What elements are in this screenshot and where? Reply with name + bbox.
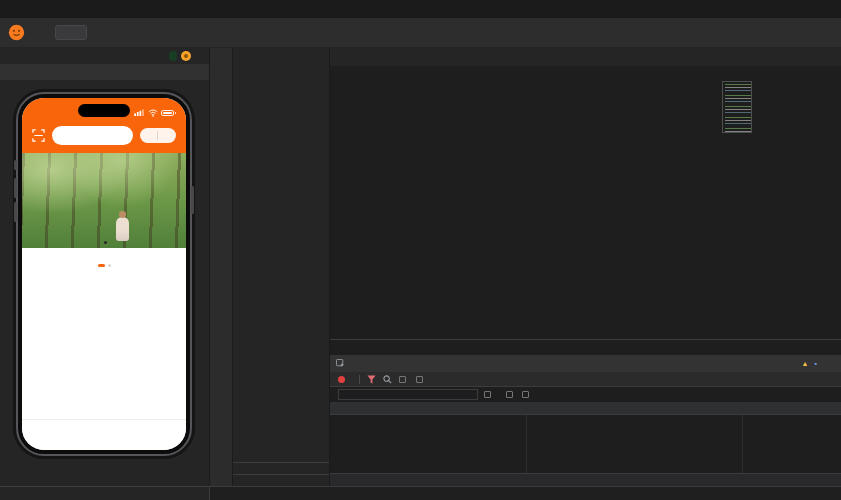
- filter-input[interactable]: [338, 389, 478, 400]
- ide-window: ☻: [0, 0, 841, 500]
- info-badge[interactable]: ▪: [815, 360, 817, 367]
- phone-frame: [16, 92, 192, 456]
- banner-dot: [104, 241, 107, 244]
- main-area: ☻: [0, 48, 841, 486]
- debugger-panel: ▲ ▪: [330, 339, 841, 486]
- search-icon[interactable]: [383, 375, 392, 384]
- status-bar: [210, 487, 841, 500]
- activity-bar: [210, 48, 233, 486]
- toolbar-divider: [359, 375, 360, 384]
- toolbar: [0, 18, 841, 48]
- record-button[interactable]: [338, 376, 345, 383]
- power-button: [191, 186, 194, 214]
- network-table-empty: [330, 415, 841, 473]
- timeline-section[interactable]: [233, 474, 329, 486]
- banner-person-figure: [116, 217, 129, 241]
- mute-switch: [14, 160, 17, 170]
- file-tree: [233, 63, 329, 462]
- explorer-sidebar: [233, 48, 330, 486]
- devtools-tabstrip: ▲ ▪: [330, 355, 841, 372]
- blocked-requests-checkbox[interactable]: [522, 391, 532, 398]
- outline-section[interactable]: [233, 462, 329, 474]
- sandbox-badge: [169, 51, 177, 61]
- status-icons: [134, 109, 174, 117]
- network-filter-row: [330, 387, 841, 402]
- inspect-element-icon[interactable]: [330, 359, 350, 368]
- tab-bar: [22, 419, 186, 450]
- carousel-dots: [22, 259, 186, 269]
- wifi-icon: [148, 109, 158, 117]
- dynamic-island: [78, 104, 130, 117]
- compile-mode-select[interactable]: [55, 25, 87, 40]
- phone-screen: [22, 98, 186, 450]
- search-row: [22, 123, 186, 153]
- blocked-cookies-checkbox[interactable]: [506, 391, 516, 398]
- titlebar: [0, 0, 841, 18]
- network-table-header: [330, 402, 841, 415]
- app-logo-icon: [8, 24, 25, 41]
- warning-badge[interactable]: ▲: [802, 360, 809, 367]
- hide-data-urls-checkbox[interactable]: [484, 391, 494, 398]
- volume-down-button: [14, 202, 17, 222]
- panel-tabs: [330, 340, 841, 355]
- network-summary-bar: [330, 473, 841, 486]
- page-path-bar: [0, 487, 210, 500]
- filter-icon[interactable]: [367, 375, 376, 384]
- category-grid: [22, 248, 186, 259]
- bottom-bar: [0, 486, 841, 500]
- minimap[interactable]: [722, 81, 752, 133]
- phone-zone: [0, 80, 209, 486]
- volume-up-button: [14, 178, 17, 198]
- simulator-header-icons: ☻: [169, 51, 203, 61]
- preserve-log-checkbox[interactable]: [399, 376, 409, 383]
- network-toolbar: [330, 372, 841, 387]
- network-table: [330, 402, 841, 486]
- signal-icon: [134, 109, 145, 116]
- code-editor[interactable]: [330, 79, 841, 339]
- capsule-divider: [157, 131, 158, 140]
- disable-cache-checkbox[interactable]: [416, 376, 426, 383]
- explorer-header: [233, 48, 329, 63]
- lite-mode-notice: [0, 64, 209, 80]
- avatar-face-icon[interactable]: ☻: [181, 51, 191, 61]
- simulator-header: ☻: [0, 48, 209, 64]
- editor-column: ▲ ▪: [330, 48, 841, 486]
- page-body: [22, 269, 186, 419]
- battery-icon: [161, 110, 174, 116]
- scan-icon[interactable]: [32, 129, 45, 142]
- banner-carousel[interactable]: [22, 153, 186, 248]
- search-input[interactable]: [52, 126, 133, 145]
- breadcrumb: [330, 66, 841, 79]
- simulator-panel: ☻: [0, 48, 210, 486]
- capsule-menu: [140, 128, 176, 143]
- editor-tabstrip: [330, 48, 841, 66]
- devtools-right-icons: ▲ ▪: [802, 360, 841, 367]
